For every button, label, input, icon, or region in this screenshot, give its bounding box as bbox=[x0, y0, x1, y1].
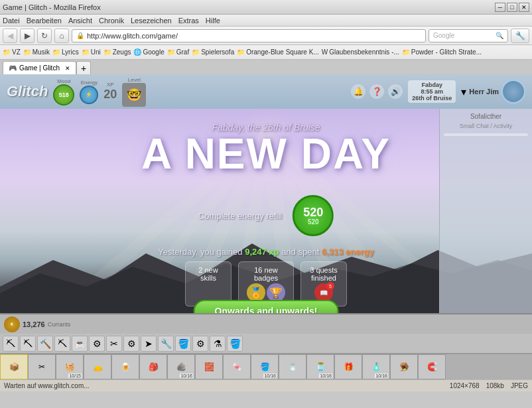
tool-gear-3[interactable]: ⚙ bbox=[192, 336, 208, 352]
title-bar-text: Game | Glitch - Mozilla Firefox bbox=[3, 3, 495, 11]
energy-refill-label: Complete energy refill bbox=[198, 211, 282, 221]
tool-watering-can[interactable]: 🪣 bbox=[227, 336, 243, 352]
xp-gained: Yesterday, you gained 9,247 xp and spent… bbox=[158, 247, 373, 257]
energy-refill-value: 520 bbox=[303, 206, 323, 218]
tool-pickaxe-2[interactable]: ⛏ bbox=[20, 336, 36, 352]
status-resolution: 1024×768 bbox=[450, 382, 480, 389]
sound-button[interactable]: 🔊 bbox=[388, 84, 403, 99]
xp-stat: XP 20 bbox=[103, 82, 117, 102]
tab-close-icon[interactable]: ✕ bbox=[65, 65, 70, 72]
bm-icon: 📁 bbox=[402, 48, 410, 56]
inv-item-5[interactable]: 🎒 bbox=[139, 354, 167, 379]
stat-skills-number: 2 new bbox=[194, 266, 223, 274]
xp-amount: 9,247 xp bbox=[245, 247, 279, 257]
stat-quests-label: finished bbox=[309, 274, 338, 282]
bm-icon: W bbox=[322, 48, 328, 56]
tool-gear-1[interactable]: ⚙ bbox=[89, 336, 105, 352]
tool-gear-2[interactable]: ⚙ bbox=[123, 336, 139, 352]
day-header: Fabday, the 26th of Bruise A NEW DAY bbox=[141, 122, 391, 175]
bm-icon: 📁 bbox=[52, 48, 60, 56]
inv-item-14[interactable]: 🪤 bbox=[390, 354, 418, 379]
inv-item-6[interactable]: 🪨10/16 bbox=[167, 354, 195, 379]
inv-item-4[interactable]: 🍺 bbox=[111, 354, 139, 379]
search-icon: 🔍 bbox=[496, 32, 503, 39]
home-button[interactable]: ⌂ bbox=[54, 29, 69, 43]
tool-wrench[interactable]: 🔧 bbox=[158, 336, 174, 352]
tool-cup[interactable]: ☕ bbox=[72, 336, 88, 352]
title-bar-buttons: ─ □ ✕ bbox=[495, 3, 529, 12]
url-text: http://www.glitch.com/game/ bbox=[87, 32, 178, 40]
bm-icon: 📁 bbox=[103, 48, 111, 56]
tab-label: Game | Glitch bbox=[19, 64, 60, 72]
inv-item-11[interactable]: 🫙10/16 bbox=[306, 354, 334, 379]
tool-flask[interactable]: ⚗ bbox=[210, 336, 226, 352]
url-bar[interactable]: 🔒 http://www.glitch.com/game/ bbox=[72, 29, 426, 42]
xp-value: 20 bbox=[103, 88, 117, 102]
active-tab[interactable]: 🎮 Game | Glitch ✕ bbox=[3, 61, 76, 74]
help-button[interactable]: ❓ bbox=[369, 84, 384, 99]
badge-icon-1: 🏅 bbox=[247, 283, 265, 302]
bookmark-lyrics[interactable]: 📁Lyrics bbox=[52, 48, 79, 56]
inv-item-2[interactable]: 🧺10/15 bbox=[56, 354, 84, 379]
back-button[interactable]: ◀ bbox=[3, 29, 17, 43]
inv-item-10[interactable]: 🧂 bbox=[279, 354, 306, 379]
level-label: Level bbox=[128, 77, 141, 83]
tool-pickaxe-1[interactable]: ⛏ bbox=[3, 336, 19, 352]
maximize-button[interactable]: □ bbox=[507, 3, 517, 12]
datetime-time: 8:55 am bbox=[412, 88, 452, 95]
bookmark-vz[interactable]: 📁VZ bbox=[3, 48, 21, 56]
onwards-button[interactable]: Onwards and upwards! bbox=[194, 300, 339, 313]
stat-quests-number: 3 quests bbox=[309, 266, 338, 274]
stat-badges-number: 16 new bbox=[247, 266, 285, 274]
bookmark-google[interactable]: 🌐Google bbox=[133, 48, 164, 56]
bookmark-powder[interactable]: 📁Powder - Glitch Strate... bbox=[402, 48, 482, 56]
inv-item-3[interactable]: 👝 bbox=[84, 354, 111, 379]
menu-datei[interactable]: Datei bbox=[3, 17, 20, 25]
menu-chronik[interactable]: Chronik bbox=[99, 17, 124, 25]
close-button[interactable]: ✕ bbox=[519, 3, 529, 12]
bm-icon: 📁 bbox=[167, 48, 175, 56]
xp-label: XP bbox=[107, 82, 114, 88]
mood-value: 518 bbox=[59, 92, 69, 98]
bookmark-uni[interactable]: 📁Uni bbox=[82, 48, 101, 56]
inv-item-12[interactable]: 🎁 bbox=[334, 354, 362, 379]
bookmark-spielersofa[interactable]: 📁Spielersofa bbox=[192, 48, 234, 56]
bm-icon: 📁 bbox=[237, 48, 245, 56]
menu-ansicht[interactable]: Ansicht bbox=[68, 17, 92, 25]
right-panel-title: Sofalicther bbox=[440, 109, 532, 121]
bookmark-graf[interactable]: 📁Graf bbox=[167, 48, 189, 56]
inv-item-8[interactable]: 🍬 bbox=[223, 354, 251, 379]
currants-amount: 13,276 bbox=[23, 320, 45, 328]
energy-refill-max: 520 bbox=[308, 218, 319, 226]
tool-bucket[interactable]: 🪣 bbox=[175, 336, 191, 352]
tool-scissors[interactable]: ✂ bbox=[106, 336, 122, 352]
bookmark-orange[interactable]: 📁Orange-Blue Square K... bbox=[237, 48, 319, 56]
new-tab-button[interactable]: + bbox=[76, 61, 91, 74]
inv-item-7[interactable]: 🧱 bbox=[195, 354, 223, 379]
inv-item-0[interactable]: 📦 bbox=[0, 354, 28, 379]
tool-pickaxe-3[interactable]: ⛏ bbox=[54, 336, 70, 352]
bookmark-musik[interactable]: 📁Musik bbox=[23, 48, 50, 56]
bookmark-zeugs[interactable]: 📁Zeugs bbox=[103, 48, 131, 56]
inv-item-1[interactable]: ✂ bbox=[28, 354, 56, 379]
menu-lesezeichen[interactable]: Lesezeichen bbox=[131, 17, 172, 25]
forward-button[interactable]: ▶ bbox=[20, 29, 34, 43]
bookmark-glauben[interactable]: WGlaubensbekenntnis -... bbox=[322, 48, 399, 56]
menu-hilfe[interactable]: Hilfe bbox=[206, 17, 220, 25]
minimize-button[interactable]: ─ bbox=[495, 3, 505, 12]
extensions-button[interactable]: 🔧 bbox=[511, 29, 529, 43]
title-bar: Game | Glitch - Mozilla Firefox ─ □ ✕ bbox=[0, 0, 532, 15]
tool-hammer[interactable]: 🔨 bbox=[37, 336, 53, 352]
tool-arrow[interactable]: ➤ bbox=[141, 336, 157, 352]
inv-item-15[interactable]: 🧲 bbox=[418, 354, 446, 379]
user-area[interactable]: ▾ Herr Jim bbox=[461, 80, 525, 103]
reload-button[interactable]: ↻ bbox=[37, 29, 52, 43]
inv-item-9[interactable]: 🪣10/16 bbox=[251, 354, 279, 379]
right-panel: Sofalicther Small Chat / Activity bbox=[439, 109, 532, 313]
search-box[interactable]: Google 🔍 bbox=[429, 29, 508, 42]
notification-button[interactable]: 🔔 bbox=[351, 84, 366, 99]
inv-item-13[interactable]: 🧴10/16 bbox=[362, 354, 390, 379]
menu-bearbeiten[interactable]: Bearbeiten bbox=[27, 17, 62, 25]
status-text: Warten auf www.glitch.com... bbox=[4, 382, 90, 389]
menu-extras[interactable]: Extras bbox=[178, 17, 199, 25]
